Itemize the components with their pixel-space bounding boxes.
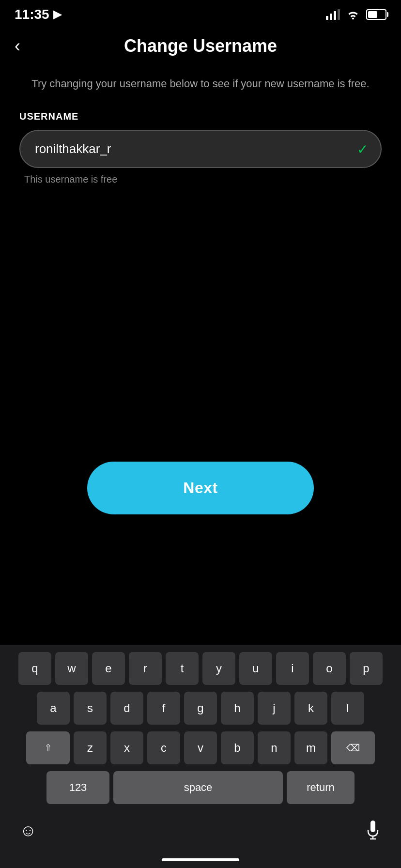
keyboard: q w e r t y u i o p a s d f g h j k l ⇧ … bbox=[0, 645, 401, 868]
shift-key[interactable]: ⇧ bbox=[26, 731, 70, 764]
key-b[interactable]: b bbox=[221, 731, 254, 764]
key-d[interactable]: d bbox=[110, 692, 143, 725]
delete-key[interactable]: ⌫ bbox=[331, 731, 375, 764]
key-o[interactable]: o bbox=[313, 652, 346, 685]
key-g[interactable]: g bbox=[184, 692, 217, 725]
key-n[interactable]: n bbox=[258, 731, 291, 764]
key-r[interactable]: r bbox=[129, 652, 162, 685]
key-c[interactable]: c bbox=[147, 731, 180, 764]
microphone-key[interactable] bbox=[358, 816, 387, 845]
key-i[interactable]: i bbox=[276, 652, 309, 685]
battery-icon bbox=[366, 9, 386, 20]
key-u[interactable]: u bbox=[239, 652, 272, 685]
keyboard-row-3: ⇧ z x c v b n m ⌫ bbox=[4, 731, 397, 764]
username-status-text: This username is free bbox=[19, 174, 382, 185]
key-h[interactable]: h bbox=[221, 692, 254, 725]
key-y[interactable]: y bbox=[202, 652, 235, 685]
status-bar: 11:35 ▶ bbox=[0, 0, 401, 26]
key-v[interactable]: v bbox=[184, 731, 217, 764]
key-j[interactable]: j bbox=[258, 692, 291, 725]
key-x[interactable]: x bbox=[110, 731, 143, 764]
key-e[interactable]: e bbox=[92, 652, 125, 685]
key-m[interactable]: m bbox=[294, 731, 327, 764]
svg-rect-1 bbox=[370, 821, 375, 832]
svg-point-0 bbox=[352, 18, 354, 20]
keyboard-row-2: a s d f g h j k l bbox=[4, 692, 397, 725]
checkmark-icon: ✓ bbox=[357, 141, 368, 157]
username-input-wrapper: ✓ bbox=[19, 130, 382, 168]
keyboard-row-1: q w e r t y u i o p bbox=[4, 652, 397, 685]
keyboard-bottom-bar: ☺ bbox=[4, 811, 397, 852]
home-bar bbox=[4, 852, 397, 868]
location-icon: ▶ bbox=[53, 8, 62, 21]
numbers-key[interactable]: 123 bbox=[46, 771, 109, 804]
wifi-icon bbox=[347, 10, 359, 19]
home-indicator bbox=[162, 858, 239, 861]
username-field-label: USERNAME bbox=[19, 111, 382, 122]
key-z[interactable]: z bbox=[74, 731, 107, 764]
signal-icon bbox=[326, 9, 340, 20]
page-title: Change Username bbox=[124, 36, 277, 56]
back-button[interactable]: ‹ bbox=[15, 37, 20, 55]
status-icons bbox=[326, 9, 386, 20]
status-time: 11:35 ▶ bbox=[15, 7, 62, 22]
space-key[interactable]: space bbox=[113, 771, 283, 804]
key-l[interactable]: l bbox=[331, 692, 364, 725]
key-w[interactable]: w bbox=[55, 652, 88, 685]
page-header: ‹ Change Username bbox=[0, 26, 401, 66]
emoji-key[interactable]: ☺ bbox=[14, 816, 43, 845]
key-q[interactable]: q bbox=[18, 652, 51, 685]
time-display: 11:35 bbox=[15, 7, 49, 22]
next-button[interactable]: Next bbox=[87, 462, 314, 514]
keyboard-row-4: 123 space return bbox=[4, 771, 397, 804]
key-s[interactable]: s bbox=[74, 692, 107, 725]
return-key[interactable]: return bbox=[287, 771, 355, 804]
key-a[interactable]: a bbox=[37, 692, 70, 725]
page-subtitle: Try changing your username below to see … bbox=[19, 76, 382, 92]
username-input[interactable] bbox=[19, 130, 382, 168]
key-k[interactable]: k bbox=[294, 692, 327, 725]
key-t[interactable]: t bbox=[166, 652, 199, 685]
main-content: Try changing your username below to see … bbox=[0, 66, 401, 195]
key-p[interactable]: p bbox=[350, 652, 383, 685]
key-f[interactable]: f bbox=[147, 692, 180, 725]
next-button-container: Next bbox=[0, 462, 401, 514]
